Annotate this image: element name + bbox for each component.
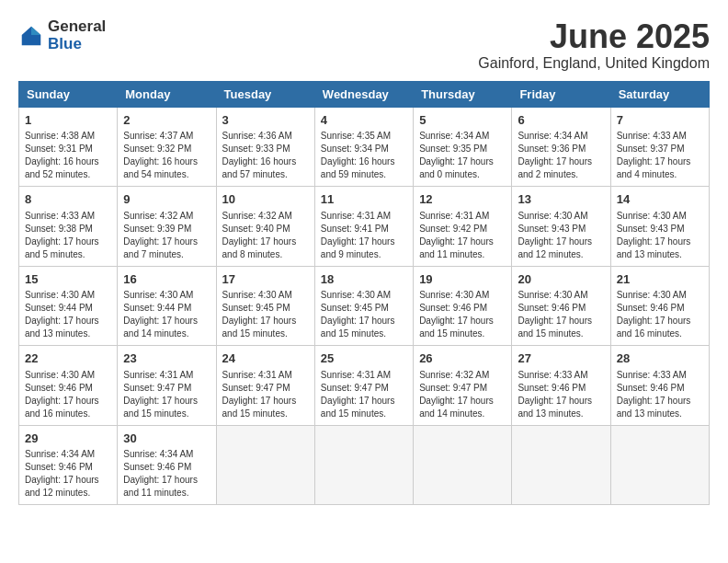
day-info: Sunrise: 4:34 AMSunset: 9:35 PMDaylight:… — [419, 130, 506, 181]
table-row: 17Sunrise: 4:30 AMSunset: 9:45 PMDayligh… — [216, 266, 314, 346]
table-row: 12Sunrise: 4:31 AMSunset: 9:42 PMDayligh… — [414, 187, 512, 267]
day-number: 1 — [25, 112, 111, 129]
day-info: Sunrise: 4:31 AMSunset: 9:42 PMDaylight:… — [419, 210, 506, 261]
day-info: Sunrise: 4:30 AMSunset: 9:46 PMDaylight:… — [419, 289, 506, 340]
day-info: Sunrise: 4:34 AMSunset: 9:46 PMDaylight:… — [123, 448, 210, 500]
day-info: Sunrise: 4:37 AMSunset: 9:32 PMDaylight:… — [123, 130, 210, 181]
table-row: 28Sunrise: 4:33 AMSunset: 9:46 PMDayligh… — [610, 346, 709, 426]
table-row: 14Sunrise: 4:30 AMSunset: 9:43 PMDayligh… — [610, 187, 709, 267]
col-monday: Monday — [118, 81, 216, 107]
table-row: 25Sunrise: 4:31 AMSunset: 9:47 PMDayligh… — [314, 346, 413, 426]
table-row: 30Sunrise: 4:34 AMSunset: 9:46 PMDayligh… — [118, 425, 216, 505]
svg-marker-1 — [31, 26, 40, 34]
table-row: 21Sunrise: 4:30 AMSunset: 9:46 PMDayligh… — [610, 266, 709, 346]
page-header: General Blue June 2025 Gainford, England… — [18, 18, 710, 72]
day-info: Sunrise: 4:31 AMSunset: 9:47 PMDaylight:… — [123, 369, 210, 420]
table-row: 26Sunrise: 4:32 AMSunset: 9:47 PMDayligh… — [414, 346, 512, 426]
calendar-week-5: 29Sunrise: 4:34 AMSunset: 9:46 PMDayligh… — [19, 425, 710, 505]
table-row — [314, 425, 413, 505]
day-number: 12 — [419, 191, 506, 208]
table-row: 3Sunrise: 4:36 AMSunset: 9:33 PMDaylight… — [216, 107, 314, 187]
day-info: Sunrise: 4:33 AMSunset: 9:37 PMDaylight:… — [617, 130, 703, 181]
day-info: Sunrise: 4:32 AMSunset: 9:47 PMDaylight:… — [419, 369, 506, 420]
calendar-week-2: 8Sunrise: 4:33 AMSunset: 9:38 PMDaylight… — [19, 187, 710, 267]
table-row — [610, 425, 709, 505]
table-row: 7Sunrise: 4:33 AMSunset: 9:37 PMDaylight… — [610, 107, 709, 187]
day-number: 7 — [617, 112, 703, 129]
logo-blue-text: Blue — [48, 36, 106, 53]
day-number: 11 — [321, 191, 407, 208]
day-number: 20 — [518, 271, 604, 288]
table-row: 20Sunrise: 4:30 AMSunset: 9:46 PMDayligh… — [512, 266, 610, 346]
day-info: Sunrise: 4:32 AMSunset: 9:39 PMDaylight:… — [123, 210, 210, 261]
day-info: Sunrise: 4:30 AMSunset: 9:46 PMDaylight:… — [25, 369, 111, 420]
logo-icon — [18, 23, 44, 49]
table-row: 6Sunrise: 4:34 AMSunset: 9:36 PMDaylight… — [512, 107, 610, 187]
day-number: 17 — [222, 271, 309, 288]
day-number: 22 — [25, 350, 111, 367]
logo: General Blue — [18, 18, 106, 52]
calendar-week-4: 22Sunrise: 4:30 AMSunset: 9:46 PMDayligh… — [19, 346, 710, 426]
day-info: Sunrise: 4:30 AMSunset: 9:44 PMDaylight:… — [25, 289, 111, 340]
day-number: 21 — [617, 271, 703, 288]
day-number: 19 — [419, 271, 506, 288]
table-row — [414, 425, 512, 505]
table-row: 24Sunrise: 4:31 AMSunset: 9:47 PMDayligh… — [216, 346, 314, 426]
day-info: Sunrise: 4:30 AMSunset: 9:43 PMDaylight:… — [617, 210, 703, 261]
day-number: 6 — [518, 112, 604, 129]
calendar-table: Sunday Monday Tuesday Wednesday Thursday… — [18, 81, 710, 506]
table-row — [512, 425, 610, 505]
table-row: 18Sunrise: 4:30 AMSunset: 9:45 PMDayligh… — [314, 266, 413, 346]
calendar-week-1: 1Sunrise: 4:38 AMSunset: 9:31 PMDaylight… — [19, 107, 710, 187]
day-number: 8 — [25, 191, 111, 208]
table-row: 1Sunrise: 4:38 AMSunset: 9:31 PMDaylight… — [19, 107, 118, 187]
location-title: Gainford, England, United Kingdom — [478, 55, 710, 72]
day-number: 29 — [25, 431, 111, 447]
day-info: Sunrise: 4:30 AMSunset: 9:45 PMDaylight:… — [222, 289, 309, 340]
day-number: 13 — [518, 191, 604, 208]
day-info: Sunrise: 4:34 AMSunset: 9:46 PMDaylight:… — [25, 448, 111, 500]
day-info: Sunrise: 4:30 AMSunset: 9:46 PMDaylight:… — [518, 289, 604, 340]
col-friday: Friday — [512, 81, 610, 107]
day-number: 10 — [222, 191, 309, 208]
day-info: Sunrise: 4:30 AMSunset: 9:44 PMDaylight:… — [123, 289, 210, 340]
day-info: Sunrise: 4:33 AMSunset: 9:46 PMDaylight:… — [518, 369, 604, 420]
day-number: 5 — [419, 112, 506, 129]
day-number: 28 — [617, 350, 703, 367]
day-number: 9 — [123, 191, 210, 208]
day-number: 23 — [123, 350, 210, 367]
table-row: 8Sunrise: 4:33 AMSunset: 9:38 PMDaylight… — [19, 187, 118, 267]
day-info: Sunrise: 4:31 AMSunset: 9:47 PMDaylight:… — [222, 369, 309, 420]
table-row: 13Sunrise: 4:30 AMSunset: 9:43 PMDayligh… — [512, 187, 610, 267]
table-row: 19Sunrise: 4:30 AMSunset: 9:46 PMDayligh… — [414, 266, 512, 346]
day-info: Sunrise: 4:35 AMSunset: 9:34 PMDaylight:… — [321, 130, 407, 181]
table-row: 5Sunrise: 4:34 AMSunset: 9:35 PMDaylight… — [414, 107, 512, 187]
col-sunday: Sunday — [19, 81, 118, 107]
day-info: Sunrise: 4:30 AMSunset: 9:45 PMDaylight:… — [321, 289, 407, 340]
day-info: Sunrise: 4:31 AMSunset: 9:41 PMDaylight:… — [321, 210, 407, 261]
day-info: Sunrise: 4:33 AMSunset: 9:46 PMDaylight:… — [617, 369, 703, 420]
day-number: 25 — [321, 350, 407, 367]
day-number: 16 — [123, 271, 210, 288]
table-row: 9Sunrise: 4:32 AMSunset: 9:39 PMDaylight… — [118, 187, 216, 267]
table-row: 10Sunrise: 4:32 AMSunset: 9:40 PMDayligh… — [216, 187, 314, 267]
day-info: Sunrise: 4:30 AMSunset: 9:43 PMDaylight:… — [518, 210, 604, 261]
table-row: 27Sunrise: 4:33 AMSunset: 9:46 PMDayligh… — [512, 346, 610, 426]
calendar-header-row: Sunday Monday Tuesday Wednesday Thursday… — [19, 81, 710, 107]
table-row: 22Sunrise: 4:30 AMSunset: 9:46 PMDayligh… — [19, 346, 118, 426]
day-number: 24 — [222, 350, 309, 367]
day-number: 18 — [321, 271, 407, 288]
title-block: June 2025 Gainford, England, United King… — [478, 18, 710, 72]
day-info: Sunrise: 4:38 AMSunset: 9:31 PMDaylight:… — [25, 130, 111, 181]
col-thursday: Thursday — [414, 81, 512, 107]
table-row: 23Sunrise: 4:31 AMSunset: 9:47 PMDayligh… — [118, 346, 216, 426]
col-tuesday: Tuesday — [216, 81, 314, 107]
table-row: 11Sunrise: 4:31 AMSunset: 9:41 PMDayligh… — [314, 187, 413, 267]
table-row: 2Sunrise: 4:37 AMSunset: 9:32 PMDaylight… — [118, 107, 216, 187]
col-wednesday: Wednesday — [314, 81, 413, 107]
day-info: Sunrise: 4:33 AMSunset: 9:38 PMDaylight:… — [25, 210, 111, 261]
day-number: 27 — [518, 350, 604, 367]
day-info: Sunrise: 4:32 AMSunset: 9:40 PMDaylight:… — [222, 210, 309, 261]
col-saturday: Saturday — [610, 81, 709, 107]
table-row: 16Sunrise: 4:30 AMSunset: 9:44 PMDayligh… — [118, 266, 216, 346]
